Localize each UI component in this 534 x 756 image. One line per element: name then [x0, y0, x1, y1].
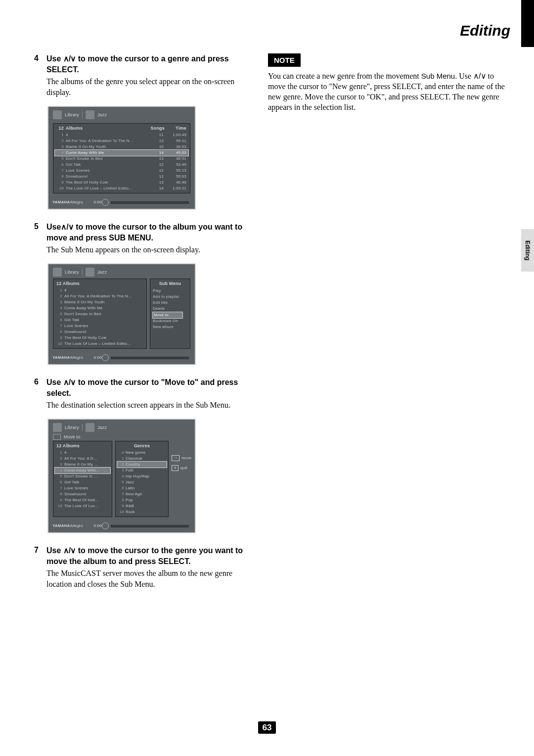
step-title: Use ∧/∨ to move the cursor to the genre …	[46, 545, 245, 567]
submenu-item: New album	[153, 324, 187, 330]
speaker-icon	[102, 522, 109, 529]
list-item: 10Rock	[117, 509, 167, 515]
list-item: 14	[55, 287, 145, 293]
list-item: 5Jazz	[117, 479, 167, 485]
category-icon	[86, 423, 94, 432]
table-row: 2All For You: A Dedication To The N…1359…	[55, 138, 188, 144]
step-num: 7	[32, 545, 39, 590]
list-item: 5Don't Smoke In …	[55, 473, 110, 479]
table-row: 10The Look Of Love – Limited Editio…141:…	[55, 186, 188, 191]
screenshot-move-to: Library Jazz Move to 12 Albums 142	[47, 419, 196, 533]
x-icon: X	[172, 465, 178, 471]
list-item: 4Come Away With Me	[55, 305, 145, 311]
submenu-item: Edit title	[153, 300, 187, 306]
submenu-item: Bookmark On	[153, 318, 187, 324]
list-item: 1Classical	[117, 456, 167, 462]
moveto-label: Move to	[64, 434, 80, 440]
page-title: Editing	[460, 23, 510, 38]
list-item: 3Folk	[117, 468, 167, 473]
step-4: 4 Use ∧/∨ to move the cursor to a genre …	[32, 53, 245, 98]
header-black-tab	[521, 0, 534, 47]
list-item: 3Blame It On My …	[55, 462, 110, 468]
list-item: 5Don't Smoke In Bed	[55, 311, 145, 317]
category-icon	[86, 110, 94, 119]
side-tab-label: Editing	[525, 240, 531, 261]
up-down-arrows-icon: ∧/∨	[63, 54, 76, 63]
table-row: 14111:00:49	[55, 132, 188, 138]
up-down-arrows-icon: ∧/∨	[61, 223, 73, 231]
submenu-item: Add to playlist	[153, 294, 187, 300]
table-row: 8Snowbound1255:03	[55, 174, 188, 180]
page-number: 63	[0, 721, 534, 734]
step-desc: The MusicCAST server moves the album to …	[46, 568, 245, 590]
genres-header: Genres	[117, 443, 167, 450]
speaker-icon	[102, 354, 109, 361]
device-icon	[53, 423, 62, 432]
submenu-item: Move to	[153, 312, 182, 318]
table-row: 5Don't Smoke In Bed1348:51	[55, 156, 188, 162]
list-item: 2All For You: A Dedication To The N…	[55, 293, 145, 299]
list-item: 4Hip Hop/Rap	[117, 473, 167, 479]
list-item: 4Come Away With…	[55, 468, 110, 473]
step-6: 6 Use ∧/∨ to move the cursor to "Move to…	[32, 377, 245, 411]
submenu-item: Play	[153, 288, 187, 294]
up-down-arrows-icon: ∧/∨	[473, 72, 486, 80]
device-icon	[53, 268, 62, 277]
note-text: You can create a new genre from the move…	[268, 71, 510, 112]
progress-bar	[111, 201, 189, 204]
side-tab: Editing	[521, 229, 534, 272]
right-arrow-icon: →	[172, 455, 179, 461]
list-item: 10The Look Of Lov…	[55, 503, 110, 509]
table-row: 3Blame It On My Youth1038:03	[55, 144, 188, 150]
list-item: 8Snowbound	[55, 491, 110, 497]
screenshot-genre-albums: Library Jazz 12 Albums Songs Time 14111:…	[47, 106, 196, 210]
step-title: Use ∧/∨ to move the cursor to "Move to" …	[46, 377, 245, 399]
table-row: 7Love Scenes1255:13	[55, 168, 188, 174]
step-title: Use∧/∨ to move the cursor to the album y…	[46, 222, 245, 243]
up-down-arrows-icon: ∧/∨	[63, 378, 76, 386]
list-item: 2Country	[117, 462, 167, 468]
list-item: 8Snowbound	[55, 329, 145, 335]
list-item: 2All For You: A D…	[55, 456, 110, 462]
list-item: 7Love Scenes	[55, 485, 110, 491]
device-icon	[53, 110, 62, 119]
table-header: 12 Albums Songs Time	[55, 125, 188, 132]
list-item: 3Blame It On My Youth	[55, 299, 145, 305]
submenu-title: Sub Menu	[153, 281, 187, 288]
step-num: 4	[32, 53, 39, 98]
step-7: 7 Use ∧/∨ to move the cursor to the genr…	[32, 545, 245, 590]
list-item: 9R&B	[117, 503, 167, 509]
list-item: 0New genre	[117, 450, 167, 456]
step-desc: The Sub Menu appears on the on-screen di…	[46, 244, 245, 255]
submenu-item: Delete	[153, 306, 187, 312]
progress-bar	[111, 357, 189, 359]
step-title: Use ∧/∨ to move the cursor to a genre an…	[46, 53, 245, 75]
list-item: 6Girl Talk	[55, 317, 145, 323]
list-item: 7New Age	[117, 491, 167, 497]
step-desc: The destination selection screen appears…	[46, 400, 245, 411]
table-row: 9The Best Of Holly Cole1346:40	[55, 180, 188, 186]
speaker-icon	[102, 199, 109, 206]
list-item: 7Love Scenes	[55, 323, 145, 329]
step-num: 5	[32, 222, 39, 255]
moveto-icon	[53, 434, 61, 440]
screenshot-submenu: Library Jazz 12 Albums 142All For You: A…	[47, 263, 196, 365]
list-item: 14	[55, 450, 110, 456]
list-item: 6Latin	[117, 485, 167, 491]
table-row: 4Come Away With Me1445:03	[55, 150, 188, 156]
list-item: 10The Look Of Love – Limited Editio…	[55, 341, 145, 347]
list-item: 9The Best Of Holl…	[55, 497, 110, 503]
step-desc: The albums of the genre you select appea…	[46, 76, 245, 98]
note-label: NOTE	[268, 53, 301, 67]
category-icon	[86, 268, 94, 277]
progress-bar	[111, 525, 189, 527]
list-item: 8Pop	[117, 497, 167, 503]
up-down-arrows-icon: ∧/∨	[63, 546, 76, 555]
list-item: 6Girl Talk	[55, 479, 110, 485]
table-row: 6Girl Talk1253:40	[55, 162, 188, 168]
step-num: 6	[32, 377, 39, 411]
list-item: 9The Best Of Holly Cole	[55, 335, 145, 341]
step-5: 5 Use∧/∨ to move the cursor to the album…	[32, 222, 245, 255]
